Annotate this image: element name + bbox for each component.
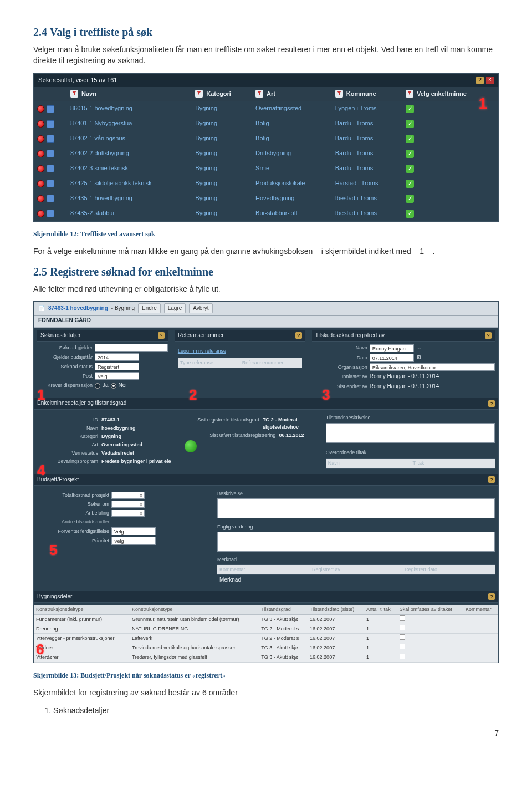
checkbox[interactable] — [400, 615, 405, 621]
help-icon[interactable]: ? — [488, 476, 495, 483]
annotation-3: 3 — [322, 385, 330, 406]
calendar-icon[interactable]: 🗓 — [416, 354, 422, 362]
cancel-button[interactable]: Avbryt — [189, 303, 212, 314]
select-check[interactable]: ✓ — [406, 180, 414, 188]
filter-icon[interactable] — [335, 90, 343, 98]
cell-navn: 86015-1 hovedbygning — [67, 101, 192, 116]
ferdigstillelse-select[interactable]: Velg — [111, 527, 156, 535]
intro-para: Velger man å bruke søkefunksjonaliteten … — [33, 44, 499, 67]
cell-navn: 87402-1 våningshus — [67, 131, 192, 146]
table-row[interactable]: Yttervegger - primærkonstruksjonerLaftev… — [34, 634, 498, 643]
checkbox[interactable] — [400, 625, 405, 630]
radio-ja[interactable] — [95, 383, 100, 389]
list-item-1: Søknadsdetaljer — [53, 705, 499, 716]
filter-icon[interactable] — [70, 90, 78, 98]
select-check[interactable]: ✓ — [406, 210, 414, 218]
card-icon — [47, 135, 54, 143]
title-link[interactable]: 87463-1 hovedbygning — [48, 304, 108, 313]
table-row[interactable]: YtterdørerTredører, fyllingsdør med glas… — [34, 653, 498, 662]
select-check[interactable]: ✓ — [406, 135, 414, 143]
table-row[interactable]: 87402-2 driftsbygningBygningDriftsbygnin… — [34, 146, 498, 161]
org-select[interactable]: Riksantikvaren, Hovedkontor — [370, 363, 495, 371]
sokerom-input[interactable] — [111, 501, 145, 508]
cell-kategori: Bygning — [192, 176, 252, 191]
prioritet-select[interactable]: Velg — [111, 537, 156, 545]
cell-navn: 87401-1 Nybyggerstua — [67, 116, 192, 131]
close-icon[interactable]: × — [486, 77, 494, 84]
totalkostnad-input[interactable] — [111, 492, 145, 499]
date-input[interactable]: 07.11.2014 — [370, 354, 414, 362]
radio-nei[interactable] — [111, 383, 116, 389]
table-row[interactable]: 86015-1 hovedbygningBygningOvernattingss… — [34, 101, 498, 116]
help-icon[interactable]: ? — [488, 593, 495, 600]
tilstandsbeskrivelse-textarea[interactable] — [326, 423, 495, 443]
card-icon — [47, 120, 54, 128]
card-icon — [47, 180, 54, 187]
table-row[interactable]: 87435-1 hovedbygningBygningHovedbygningI… — [34, 191, 498, 206]
cell-navn: 87435-2 stabbur — [67, 206, 192, 221]
table-row[interactable]: Fundamenter (inkl. grunnmur)Grunnmur, na… — [34, 615, 498, 624]
subtitle: FONNDALEN GÅRD — [34, 316, 498, 328]
status-dot-icon — [37, 195, 44, 202]
anbefaling-input[interactable] — [111, 510, 145, 517]
card-icon — [47, 165, 54, 172]
help-icon[interactable]: ? — [485, 332, 492, 339]
card-icon — [47, 195, 54, 202]
select-check[interactable]: ✓ — [406, 195, 414, 203]
caption-12: Skjermbilde 12: Treffliste ved avansert … — [33, 230, 499, 239]
cell-kategori: Bygning — [192, 101, 252, 116]
checkbox[interactable] — [400, 644, 405, 649]
table-row[interactable]: DreneringNATURLIG DRENERINGTG 2 - Modera… — [34, 624, 498, 634]
filter-icon[interactable] — [195, 90, 203, 98]
help-icon[interactable]: ? — [488, 400, 495, 407]
help-icon[interactable]: ? — [295, 332, 302, 339]
table-row[interactable]: 87401-1 NybyggerstuaBygningBoligBardu i … — [34, 116, 498, 131]
select-check[interactable]: ✓ — [406, 165, 414, 173]
cell-navn: 87402-3 smie teknisk — [67, 161, 192, 176]
checkbox[interactable] — [400, 654, 405, 659]
add-reference-link[interactable]: Legg inn ny referanse — [178, 348, 226, 354]
lookup-button[interactable]: … — [416, 344, 422, 352]
save-button[interactable]: Lagre — [164, 303, 186, 314]
select-check[interactable]: ✓ — [406, 105, 414, 113]
status-dot-icon — [37, 135, 44, 143]
edit-button[interactable]: Endre — [138, 303, 161, 314]
table-row[interactable]: 87425-1 sildoljefabrikk tekniskBygningPr… — [34, 176, 498, 191]
post-select[interactable]: Velg — [95, 372, 139, 380]
cell-kategori: Bygning — [192, 116, 252, 131]
registered-by-input[interactable]: Ronny Haugan — [370, 344, 414, 352]
col-navn: Navn — [81, 90, 96, 97]
filter-icon[interactable] — [255, 90, 263, 98]
table-row[interactable]: 87435-2 stabburBygningBur-stabbur-loftIb… — [34, 206, 498, 221]
cell-navn: 87402-2 driftsbygning — [67, 146, 192, 161]
select-check[interactable]: ✓ — [406, 120, 414, 128]
filter-icon[interactable] — [406, 90, 413, 98]
soknad-gjelder-label: Søknad gjelder — [37, 344, 93, 352]
checkbox[interactable] — [400, 634, 405, 640]
page-number: 7 — [33, 727, 499, 739]
instruction-para: For å velge enkeltminne må man klikke en… — [33, 246, 499, 257]
annotation-6: 6 — [36, 639, 44, 660]
cell-kommune: Bardu i Troms — [332, 161, 402, 176]
cell-kommune: Bardu i Troms — [332, 116, 402, 131]
cell-kommune: Ibestad i Troms — [332, 206, 402, 221]
merknad-input[interactable]: Merknad — [219, 577, 241, 583]
help-icon[interactable]: ? — [158, 332, 165, 339]
sec3-head: Tilskuddsøknad registrert av — [315, 332, 385, 340]
status-dot-icon — [37, 105, 44, 113]
help-icon[interactable]: ? — [476, 77, 484, 84]
faglig-vurdering-textarea[interactable] — [217, 532, 495, 552]
status-dot-icon — [37, 210, 44, 217]
table-row[interactable]: 87402-1 våningshusBygningBoligBardu i Tr… — [34, 131, 498, 146]
sec1-head: Søknadsdetaljer — [40, 332, 80, 340]
beskrivelse-textarea[interactable] — [217, 498, 495, 518]
cell-navn: 87435-1 hovedbygning — [67, 191, 192, 206]
select-check[interactable]: ✓ — [406, 150, 414, 158]
card-icon — [47, 105, 54, 113]
status-dot-icon — [37, 150, 44, 157]
table-row[interactable]: 87402-3 smie tekniskBygningSmieBardu i T… — [34, 161, 498, 176]
soknad-gjelder-input[interactable] — [95, 344, 168, 352]
budsjettaar-select[interactable]: 2014 — [95, 353, 139, 361]
table-row[interactable]: VinduerTrevindu med vertikale og horison… — [34, 643, 498, 653]
status-select[interactable]: Registrert — [95, 363, 139, 370]
